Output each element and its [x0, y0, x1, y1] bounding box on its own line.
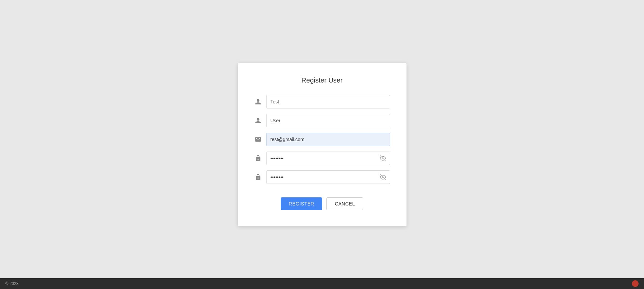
password-input[interactable] — [266, 152, 390, 165]
first-name-input[interactable] — [266, 95, 390, 108]
cancel-button[interactable]: CANCEL — [326, 197, 363, 210]
last-name-input[interactable] — [266, 114, 390, 127]
status-icon — [632, 280, 639, 287]
password-wrapper — [266, 152, 390, 165]
confirm-password-input[interactable] — [266, 170, 390, 184]
person-icon-2 — [254, 117, 262, 125]
copyright-text: © 2023 — [5, 281, 19, 286]
password-toggle-icon[interactable] — [379, 154, 387, 162]
confirm-password-toggle-icon[interactable] — [379, 173, 387, 181]
confirm-password-wrapper — [266, 170, 390, 184]
confirm-password-row — [254, 170, 390, 184]
person-icon — [254, 98, 262, 106]
register-dialog: Register User — [238, 63, 407, 226]
footer: © 2023 — [0, 278, 644, 289]
lock-icon — [254, 154, 262, 162]
email-input[interactable] — [266, 133, 390, 146]
register-button[interactable]: REGISTER — [281, 197, 323, 210]
first-name-row — [254, 95, 390, 108]
email-icon — [254, 135, 262, 143]
form-actions: REGISTER CANCEL — [254, 197, 390, 210]
dialog-title: Register User — [254, 76, 390, 84]
email-row — [254, 133, 390, 146]
last-name-row — [254, 114, 390, 127]
lock-icon-2 — [254, 173, 262, 181]
password-row — [254, 152, 390, 165]
